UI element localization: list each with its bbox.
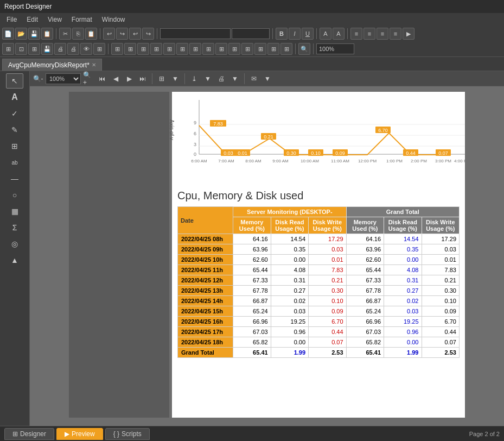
menu-file[interactable]: File <box>2 15 21 24</box>
tb2-11[interactable]: ⊞ <box>137 43 149 55</box>
menu-view[interactable]: View <box>43 15 66 24</box>
tb2-21[interactable]: ⊞ <box>267 43 279 55</box>
print-btn[interactable]: 🖨 <box>215 73 227 85</box>
cut-button[interactable]: ✂ <box>59 28 71 40</box>
tb2-14[interactable]: ⊞ <box>176 43 188 55</box>
underline-button[interactable]: U <box>302 28 314 40</box>
tb2-13[interactable]: ⊞ <box>163 43 175 55</box>
tb2-4[interactable]: 💾 <box>41 43 53 55</box>
table-row: 2022/04/25 11h 65.44 4.08 7.83 65.44 4.0… <box>178 265 460 275</box>
font-size-input[interactable] <box>232 28 270 39</box>
open-button[interactable]: 📂 <box>15 28 27 40</box>
save-as-button[interactable]: 📋 <box>41 28 53 40</box>
export-btn[interactable]: ⤓ <box>188 73 200 85</box>
gauge-tool[interactable]: ◎ <box>6 236 23 251</box>
check-tool[interactable]: ✓ <box>6 106 23 121</box>
gt-mem: 65.41 <box>233 348 271 358</box>
status-tab-preview[interactable]: ▶ Preview <box>56 428 103 440</box>
tb2-19[interactable]: ⊞ <box>241 43 253 55</box>
circle-tool[interactable]: ○ <box>6 187 23 203</box>
tb2-9[interactable]: ⊞ <box>111 43 123 55</box>
grand-total-row: Grand Total 65.41 1.99 2.53 65.41 1.99 2… <box>178 348 460 358</box>
redo-button[interactable]: ↪ <box>116 28 128 40</box>
font-color-button[interactable]: A <box>320 28 331 40</box>
tb2-8[interactable]: ⊞ <box>93 43 105 55</box>
tb2-18[interactable]: ⊞ <box>228 43 240 55</box>
tb2-3[interactable]: ⊞ <box>28 43 40 55</box>
dw-cell: 7.83 <box>309 265 346 275</box>
dw-cell: 6.70 <box>309 317 346 327</box>
tab-report[interactable]: AvgCpuMemoryDiskReport* ✕ <box>2 59 102 71</box>
title-bar: Report Designer <box>0 0 504 13</box>
email2-btn[interactable]: ▼ <box>261 73 273 85</box>
tb2-7[interactable]: 👁 <box>80 43 92 55</box>
edit-tool[interactable]: ✎ <box>6 122 23 137</box>
align-justify-button[interactable]: ≡ <box>390 28 401 40</box>
tb2-6[interactable]: 🖨 <box>67 43 79 55</box>
first-page-btn[interactable]: ⏮ <box>96 73 108 85</box>
svg-text:8:00 AM: 8:00 AM <box>245 159 261 163</box>
save-button[interactable]: 💾 <box>28 28 40 40</box>
menu-format[interactable]: Format <box>67 15 97 24</box>
tb2-1[interactable]: ⊞ <box>2 43 14 55</box>
tb2-16[interactable]: ⊞ <box>202 43 214 55</box>
email-btn[interactable]: ✉ <box>248 73 260 85</box>
grid-tool[interactable]: ▦ <box>6 204 23 219</box>
textbox-tool[interactable]: ab <box>6 155 23 170</box>
font-family-input[interactable] <box>160 28 231 39</box>
svg-text:0.30: 0.30 <box>286 150 296 156</box>
export2-btn[interactable]: ▼ <box>202 73 214 85</box>
status-tab-scripts[interactable]: { } Scripts <box>105 428 150 440</box>
menu-edit[interactable]: Edit <box>22 15 42 24</box>
play-btn[interactable]: ▶ <box>123 73 135 85</box>
chart-tool[interactable]: ▲ <box>6 253 23 268</box>
redo2-button[interactable]: ↪ <box>142 28 154 40</box>
dr-cell: 0.27 <box>271 286 308 296</box>
tb2-15[interactable]: ⊞ <box>189 43 201 55</box>
tb2-17[interactable]: ⊞ <box>215 43 227 55</box>
status-tab-designer[interactable]: ⊞ Designer <box>4 428 54 440</box>
undo-button[interactable]: ↩ <box>103 28 115 40</box>
tb2-22[interactable]: ⊞ <box>280 43 292 55</box>
formula-tool[interactable]: Σ <box>6 220 23 235</box>
undo2-button[interactable]: ↩ <box>129 28 141 40</box>
zoom-in-btn[interactable]: 🔍+ <box>82 73 94 85</box>
zoom-out-btn[interactable]: 🔍- <box>32 73 44 85</box>
font-size2-button[interactable]: A <box>333 28 344 40</box>
tb2-5[interactable]: 🖨 <box>54 43 66 55</box>
select-tool[interactable]: ↖ <box>6 73 23 89</box>
more-button[interactable]: ▶ <box>403 28 414 40</box>
line-tool[interactable]: — <box>6 171 23 186</box>
prev-page-btn[interactable]: ◀ <box>110 73 122 85</box>
status-bar: ⊞ Designer ▶ Preview { } Scripts Page 2 … <box>0 426 504 441</box>
g-dr-cell: 0.02 <box>384 296 422 306</box>
dr-cell: 14.54 <box>271 234 308 244</box>
bold-button[interactable]: B <box>276 28 288 40</box>
zoom-input[interactable] <box>316 43 354 54</box>
tab-close-icon[interactable]: ✕ <box>92 62 96 68</box>
svg-text:1:00 PM: 1:00 PM <box>386 159 403 163</box>
last-page-btn[interactable]: ⏭ <box>137 73 149 85</box>
table-tool[interactable]: ⊞ <box>6 138 23 154</box>
tb2-20[interactable]: ⊞ <box>254 43 266 55</box>
tb2-zoom[interactable]: 🔍 <box>298 43 310 55</box>
table-title: Cpu, Memory & Disk used <box>177 190 460 202</box>
paste-button[interactable]: 📋 <box>85 28 97 40</box>
menu-window[interactable]: Window <box>98 15 130 24</box>
zoom-select[interactable]: 100% 75% 125% 150% <box>46 73 81 84</box>
align-center-button[interactable]: ≡ <box>363 28 375 40</box>
print2-btn[interactable]: ▼ <box>229 73 241 85</box>
layout-btn[interactable]: ⊞ <box>156 73 168 85</box>
new-button[interactable]: 📄 <box>2 28 14 40</box>
italic-button[interactable]: I <box>289 28 301 40</box>
text-tool[interactable]: A <box>6 90 23 105</box>
tb2-12[interactable]: ⊞ <box>150 43 162 55</box>
align-right-button[interactable]: ≡ <box>377 28 388 40</box>
doc-area[interactable]: 🔍- 100% 75% 125% 150% 🔍+ ⏮ ◀ ▶ ⏭ ⊞ ▼ ⤓ ▼… <box>30 71 504 426</box>
tb2-10[interactable]: ⊞ <box>124 43 136 55</box>
mem-cell: 64.16 <box>233 234 271 244</box>
align-left-button[interactable]: ≡ <box>350 28 362 40</box>
tb2-2[interactable]: ⊡ <box>15 43 27 55</box>
layout2-btn[interactable]: ▼ <box>169 73 181 85</box>
copy-button[interactable]: ⎘ <box>72 28 84 40</box>
